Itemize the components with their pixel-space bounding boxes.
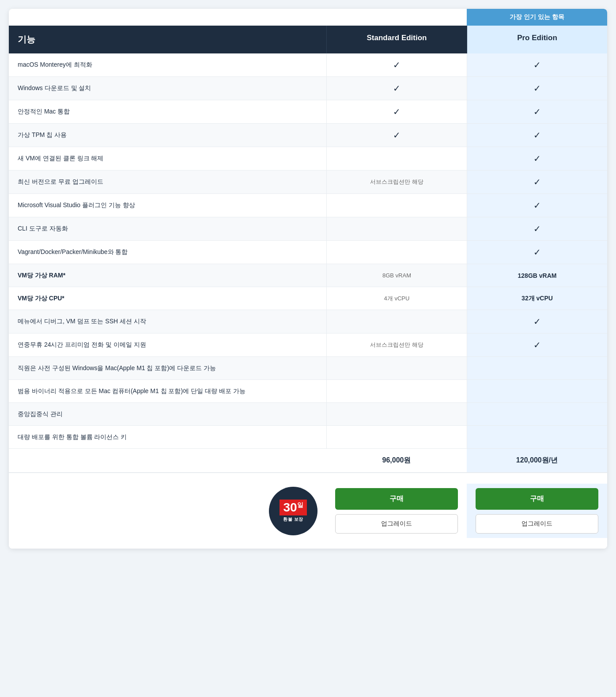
pro-buy-button[interactable]: 구매 <box>476 488 598 510</box>
table-row: 직원은 사전 구성된 Windows을 Mac(Apple M1 칩 포함)에 … <box>9 357 607 380</box>
pro-value: 32개 vCPU <box>522 295 553 303</box>
price-feature-cell <box>9 449 326 472</box>
check-icon: ✓ <box>533 340 541 350</box>
standard-note: 서브스크립션만 해당 <box>370 178 423 186</box>
price-row: 96,000원 120,000원/년 <box>9 449 607 473</box>
table-row: 최신 버전으로 무료 업그레이드서브스크립션만 해당✓ <box>9 170 607 194</box>
price-pro: 120,000원/년 <box>467 449 607 472</box>
table-row: macOS Monterey에 최적화✓✓ <box>9 53 607 77</box>
pro-cell: ✓ <box>467 124 607 147</box>
table-row: CLI 도구로 자동화✓ <box>9 217 607 241</box>
table-row: 메뉴에서 디버그, VM 덤프 또는 SSH 세션 시작✓ <box>9 310 607 333</box>
table-row: 연중무휴 24시간 프리미엄 전화 및 이메일 지원서브스크립션만 해당✓ <box>9 333 607 357</box>
pro-upgrade-button[interactable]: 업그레이드 <box>476 514 598 534</box>
standard-cell <box>326 310 467 333</box>
standard-cell <box>326 380 467 402</box>
check-icon: ✓ <box>533 316 541 327</box>
feature-cell: 최신 버전으로 무료 업그레이드 <box>9 170 326 193</box>
pro-cell: ✓ <box>467 241 607 264</box>
feature-cell: 범용 바이너리 적용으로 모든 Mac 컴퓨터(Apple M1 칩 포함)에 … <box>9 380 326 402</box>
standard-note: 서브스크립션만 해당 <box>370 341 423 349</box>
check-icon: ✓ <box>533 153 541 164</box>
pro-cell: ✓ <box>467 170 607 193</box>
price-standard: 96,000원 <box>326 449 467 472</box>
table-row: Microsoft Visual Studio 플러그인 기능 향상✓ <box>9 194 607 217</box>
table-row: 새 VM에 연결된 클론 링크 해제✓ <box>9 147 607 170</box>
feature-cell: Vagrant/Docker/Packer/Minikube와 통합 <box>9 241 326 264</box>
feature-cell: 가상 TPM 칩 사용 <box>9 124 326 147</box>
feature-cell: Windows 다운로드 및 설치 <box>9 77 326 100</box>
badge-line2: 환불 보장 <box>283 516 303 523</box>
table-row: Windows 다운로드 및 설치✓✓ <box>9 77 607 100</box>
standard-note: 8GB vRAM <box>382 272 411 279</box>
check-icon: ✓ <box>533 247 541 258</box>
table-row: 범용 바이너리 적용으로 모든 Mac 컴퓨터(Apple M1 칩 포함)에 … <box>9 380 607 403</box>
standard-cell: ✓ <box>326 124 467 147</box>
standard-note: 4개 vCPU <box>384 295 410 303</box>
check-icon: ✓ <box>533 60 541 70</box>
header-feature: 기능 <box>9 26 326 53</box>
check-icon: ✓ <box>533 83 541 94</box>
pro-cell: ✓ <box>467 333 607 356</box>
header-pro: Pro Edition <box>467 26 607 53</box>
badge-days: 30일 <box>280 500 306 515</box>
feature-cell: CLI 도구로 자동화 <box>9 217 326 240</box>
standard-cell: 서브스크립션만 해당 <box>326 170 467 193</box>
feature-cell: 중앙집중식 관리 <box>9 403 326 425</box>
standard-cell <box>326 147 467 170</box>
check-icon: ✓ <box>393 83 401 94</box>
feature-cell: 연중무휴 24시간 프리미엄 전화 및 이메일 지원 <box>9 333 326 356</box>
table-header: 기능 Standard Edition Pro Edition <box>9 26 607 53</box>
pro-cell: ✓ <box>467 194 607 217</box>
comparison-table: 가장 인기 있는 항목 기능 Standard Edition Pro Edit… <box>9 9 607 549</box>
standard-cell: ✓ <box>326 100 467 123</box>
feature-cell: 새 VM에 연결된 클론 링크 해제 <box>9 147 326 170</box>
table-row: 중앙집중식 관리 <box>9 403 607 426</box>
footer-badge-col: 30일 환불 보장 <box>9 484 326 538</box>
standard-cell <box>326 357 467 379</box>
standard-cell: 서브스크립션만 해당 <box>326 333 467 356</box>
money-back-badge: 30일 환불 보장 <box>269 487 317 535</box>
standard-cell: 4개 vCPU <box>326 287 467 310</box>
table-row: Vagrant/Docker/Packer/Minikube와 통합✓ <box>9 241 607 264</box>
feature-cell: VM당 가상 RAM* <box>9 264 326 287</box>
feature-cell: 직원은 사전 구성된 Windows을 Mac(Apple M1 칩 포함)에 … <box>9 357 326 379</box>
pro-cell: ✓ <box>467 77 607 100</box>
popular-badge-row: 가장 인기 있는 항목 <box>9 9 607 26</box>
table-row: 가상 TPM 칩 사용✓✓ <box>9 124 607 147</box>
standard-buy-button[interactable]: 구매 <box>335 488 458 510</box>
footer-standard-buttons: 구매 업그레이드 <box>326 484 467 538</box>
pro-cell: ✓ <box>467 100 607 123</box>
check-icon: ✓ <box>393 106 401 117</box>
pro-cell: ✓ <box>467 147 607 170</box>
check-icon: ✓ <box>393 130 401 140</box>
table-row: 안정적인 Mac 통합✓✓ <box>9 100 607 124</box>
pro-cell <box>467 357 607 379</box>
feature-cell: macOS Monterey에 최적화 <box>9 53 326 76</box>
standard-cell <box>326 194 467 217</box>
standard-upgrade-button[interactable]: 업그레이드 <box>335 514 458 534</box>
popular-badge: 가장 인기 있는 항목 <box>467 9 607 26</box>
check-icon: ✓ <box>533 106 541 117</box>
feature-cell: 메뉴에서 디버그, VM 덤프 또는 SSH 세션 시작 <box>9 310 326 333</box>
standard-cell: ✓ <box>326 53 467 76</box>
feature-cell: 안정적인 Mac 통합 <box>9 100 326 123</box>
feature-cell: 대량 배포를 위한 통합 볼륨 라이선스 키 <box>9 426 326 448</box>
check-icon: ✓ <box>533 177 541 187</box>
table-row: VM당 가상 RAM*8GB vRAM128GB vRAM <box>9 264 607 287</box>
footer-pro-buttons: 구매 업그레이드 <box>467 484 607 538</box>
standard-cell: 8GB vRAM <box>326 264 467 287</box>
standard-cell <box>326 217 467 240</box>
pro-cell: ✓ <box>467 217 607 240</box>
pro-cell: ✓ <box>467 53 607 76</box>
table-row: 대량 배포를 위한 통합 볼륨 라이선스 키 <box>9 426 607 449</box>
standard-cell <box>326 403 467 425</box>
table-row: VM당 가상 CPU*4개 vCPU32개 vCPU <box>9 287 607 310</box>
pro-cell: 32개 vCPU <box>467 287 607 310</box>
check-icon: ✓ <box>533 200 541 211</box>
footer-row: 30일 환불 보장 구매 업그레이드 구매 업그레이드 <box>9 473 607 549</box>
pro-cell <box>467 403 607 425</box>
pro-value: 128GB vRAM <box>518 272 557 279</box>
pro-cell: ✓ <box>467 310 607 333</box>
pro-cell <box>467 426 607 448</box>
